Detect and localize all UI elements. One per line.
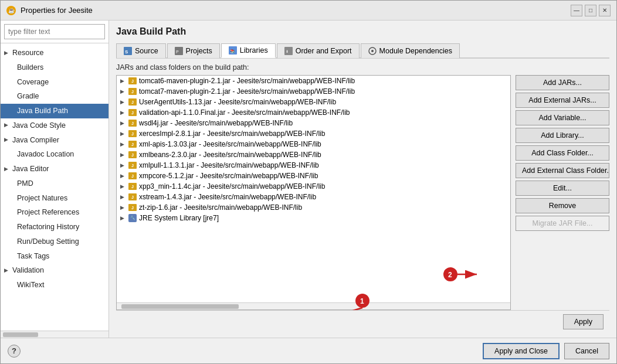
list-item-text: xmpcore-5.1.2.jar - Jeesite/src/main/web… — [139, 172, 318, 180]
bottom-bar: Apply — [116, 310, 609, 333]
list-item-text: JRE System Library [jre7] — [139, 214, 219, 222]
add-library-button[interactable]: Add Library... — [516, 128, 609, 143]
svg-text:S: S — [125, 49, 128, 55]
sidebar-item-project-natures[interactable]: Project Natures — [1, 191, 109, 206]
list-item-text: xercesImpl-2.8.1.jar - Jeesite/src/main/… — [139, 130, 325, 138]
sidebar-item-label: Java Code Style — [12, 120, 66, 131]
list-item[interactable]: ▶ J validation-api-1.1.0.Final.jar - Jee… — [117, 107, 510, 118]
arrow-icon: ▶ — [4, 165, 10, 174]
list-and-buttons: ▶ J tomcat6-maven-plugin-2.1.jar - Jeesi… — [116, 75, 609, 310]
help-button[interactable]: ? — [8, 345, 21, 358]
jar-file-icon: J — [128, 183, 137, 190]
sidebar-item-label: Java Build Path — [17, 106, 68, 117]
sidebar-item-label: Builders — [17, 62, 43, 73]
sidebar-item-label: Project Natures — [17, 193, 67, 204]
expand-arrow-icon: ▶ — [120, 78, 126, 84]
sidebar: ▶ Resource Builders Coverage Gradle Java… — [1, 21, 109, 338]
arrow-icon: ▶ — [4, 49, 10, 57]
tabs-bar: S Source P Projects 📚 Librar — [116, 43, 609, 59]
expand-arrow-icon: ▶ — [120, 183, 126, 189]
close-button[interactable]: ✕ — [599, 5, 611, 16]
minimize-button[interactable]: — — [571, 5, 582, 16]
sidebar-item-wikitext[interactable]: WikiText — [1, 278, 109, 292]
list-item[interactable]: ▶ J tomcat7-maven-plugin-2.1.jar - Jeesi… — [117, 86, 510, 97]
tab-source[interactable]: S Source — [116, 43, 166, 58]
tab-libraries-label: Libraries — [240, 46, 268, 55]
footer-left: ? — [8, 345, 21, 358]
list-item-text: xpp3_min-1.1.4c.jar - Jeesite/src/main/w… — [139, 182, 325, 190]
section-title: Java Build Path — [116, 26, 609, 37]
tab-module-deps-label: Module Dependencies — [379, 47, 452, 55]
sidebar-item-label: Javadoc Location — [17, 149, 74, 160]
sidebar-item-label: Task Tags — [17, 251, 49, 262]
sidebar-item-javadoc-location[interactable]: Javadoc Location — [1, 147, 109, 162]
jar-file-icon: J — [128, 151, 137, 158]
sidebar-item-validation[interactable]: ▶ Validation — [1, 263, 109, 278]
add-class-folder-button[interactable]: Add Class Folder... — [516, 145, 609, 161]
tab-projects[interactable]: P Projects — [167, 43, 220, 58]
jar-list[interactable]: ▶ J tomcat6-maven-plugin-2.1.jar - Jeesi… — [117, 76, 510, 302]
migrate-jar-button[interactable]: Migrate JAR File... — [516, 216, 609, 231]
list-item[interactable]: ▶ J xstream-1.4.3.jar - Jeesite/src/main… — [117, 192, 510, 202]
add-external-class-folder-button[interactable]: Add External Class Folder... — [516, 163, 609, 178]
tab-module-deps[interactable]: Module Dependencies — [361, 43, 460, 58]
sidebar-item-label: PMD — [17, 178, 33, 189]
jar-file-icon: J — [128, 172, 137, 179]
sidebar-item-run-debug-setting[interactable]: Run/Debug Setting — [1, 234, 109, 249]
horizontal-scrollbar[interactable] — [117, 302, 510, 309]
expand-arrow-icon: ▶ — [120, 152, 126, 158]
sidebar-item-java-compiler[interactable]: ▶ Java Compiler — [1, 133, 109, 148]
list-item[interactable]: ▶ J wsdl4j.jar - Jeesite/src/main/webapp… — [117, 118, 510, 128]
expand-arrow-icon: ▶ — [120, 120, 126, 126]
cancel-button[interactable]: Cancel — [564, 343, 609, 359]
edit-button[interactable]: Edit... — [516, 181, 609, 196]
projects-tab-icon: P — [175, 47, 183, 55]
tab-order-export[interactable]: ⬇ Order and Export — [277, 43, 360, 58]
list-item-text: UserAgentUtils-1.13.jar - Jeesite/src/ma… — [139, 98, 336, 106]
sidebar-item-project-references[interactable]: Project References — [1, 205, 109, 220]
add-external-jars-button[interactable]: Add External JARs... — [516, 93, 609, 108]
list-item[interactable]: ▶ J tomcat6-maven-plugin-2.1.jar - Jeesi… — [117, 76, 510, 86]
add-jars-button[interactable]: Add JARs... — [516, 75, 609, 90]
sidebar-item-gradle[interactable]: Gradle — [1, 89, 109, 104]
sidebar-item-java-code-style[interactable]: ▶ Java Code Style — [1, 118, 109, 133]
list-item[interactable]: ▶ J xml-apis-1.3.03.jar - Jeesite/src/ma… — [117, 139, 510, 149]
sidebar-scrollthumb — [3, 332, 38, 337]
list-item-text: xml-apis-1.3.03.jar - Jeesite/src/main/w… — [139, 140, 321, 148]
jar-file-icon: J — [128, 204, 137, 211]
sidebar-item-java-build-path[interactable]: Java Build Path — [1, 104, 109, 118]
tab-libraries[interactable]: 📚 Libraries — [221, 43, 276, 58]
sidebar-scrollbar[interactable] — [1, 331, 109, 338]
list-item[interactable]: ▶ J UserAgentUtils-1.13.jar - Jeesite/sr… — [117, 97, 510, 107]
apply-and-close-button[interactable]: Apply and Close — [483, 343, 560, 359]
expand-arrow-icon: ▶ — [120, 215, 126, 221]
dialog-title: Properties for Jeesite — [21, 6, 93, 15]
list-item-text: xmlbeans-2.3.0.jar - Jeesite/src/main/we… — [139, 151, 321, 159]
jar-file-icon: J — [128, 141, 137, 148]
list-item[interactable]: ▶ J xmpcore-5.1.2.jar - Jeesite/src/main… — [117, 171, 510, 181]
list-item[interactable]: ▶ J zt-zip-1.6.jar - Jeesite/src/main/we… — [117, 202, 510, 213]
jar-file-icon: J — [128, 193, 137, 200]
add-variable-button[interactable]: Add Variable... — [516, 110, 609, 125]
sidebar-item-java-editor[interactable]: ▶ Java Editor — [1, 162, 109, 176]
apply-button[interactable]: Apply — [563, 314, 604, 329]
sidebar-item-resource[interactable]: ▶ Resource — [1, 46, 109, 60]
sidebar-item-task-tags[interactable]: Task Tags — [1, 249, 109, 264]
maximize-button[interactable]: □ — [585, 5, 596, 16]
list-item-text: xstream-1.4.3.jar - Jeesite/src/main/web… — [139, 193, 316, 201]
properties-dialog: ☕ Properties for Jeesite — □ ✕ ▶ Resourc… — [0, 0, 617, 364]
sidebar-item-refactoring-history[interactable]: Refactoring History — [1, 220, 109, 234]
filter-input[interactable] — [4, 24, 105, 39]
list-item[interactable]: ▶ J xercesImpl-2.8.1.jar - Jeesite/src/m… — [117, 128, 510, 139]
list-item[interactable]: ▶ J xpp3_min-1.1.4c.jar - Jeesite/src/ma… — [117, 181, 510, 192]
jar-file-icon: J — [128, 77, 137, 84]
list-item[interactable]: ▶ J xmlbeans-2.3.0.jar - Jeesite/src/mai… — [117, 149, 510, 160]
list-item[interactable]: ▶ J xmlpull-1.1.3.1.jar - Jeesite/src/ma… — [117, 160, 510, 171]
sidebar-item-coverage[interactable]: Coverage — [1, 75, 109, 90]
remove-button[interactable]: Remove — [516, 198, 609, 213]
list-item-jre[interactable]: ▶ 🔧 JRE System Library [jre7] — [117, 213, 510, 223]
arrow-icon: ▶ — [4, 136, 10, 144]
sidebar-item-pmd[interactable]: PMD — [1, 176, 109, 191]
order-tab-icon: ⬇ — [284, 47, 293, 55]
sidebar-item-builders[interactable]: Builders — [1, 60, 109, 75]
